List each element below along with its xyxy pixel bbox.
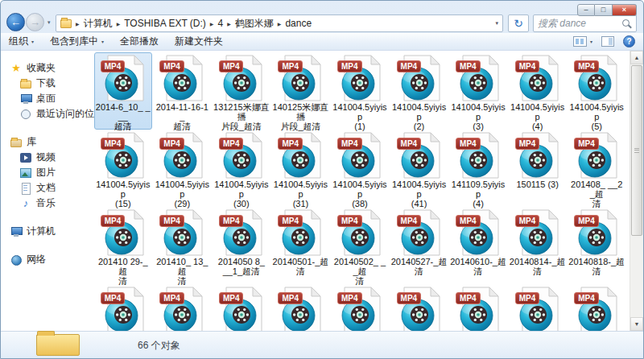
refresh-button[interactable]: ↻	[508, 14, 529, 32]
scroll-down-button[interactable]: ▼	[630, 317, 643, 331]
sidebar-item-pictures[interactable]: 图片	[1, 165, 91, 180]
sidebar-group-library[interactable]: 库	[1, 134, 91, 150]
scrollbar-thumb[interactable]	[631, 65, 642, 236]
file-item[interactable]: MP4 141004.5yiyisp(38)	[331, 130, 389, 207]
sidebar-item-music[interactable]: ♪ 音乐	[1, 196, 91, 211]
mp4-file-icon: MP4	[278, 287, 323, 331]
sidebar-item-downloads[interactable]: 下载	[1, 76, 91, 91]
help-button[interactable]: ?	[623, 35, 635, 47]
file-item[interactable]: MP4 141109.5yiyisp(4)	[449, 130, 507, 207]
file-item[interactable]: MP4 201410_ 13_超清	[153, 207, 211, 284]
navigation-pane: ★ 收藏夹 下载 桌面 最近访问的位置 库 视频 图片 文档 ♪ 音乐	[1, 51, 91, 331]
file-item[interactable]: MP4 201408_ __2_超清	[568, 130, 625, 207]
organize-button[interactable]: 组织 ▾	[9, 35, 34, 48]
minimize-icon: –	[584, 6, 588, 14]
file-item[interactable]: MP4	[509, 284, 567, 331]
details-pane: 66 个对象	[1, 331, 643, 358]
network-icon	[10, 254, 22, 266]
mp4-file-icon: MP4	[397, 55, 442, 101]
recent-icon	[20, 109, 31, 120]
file-item[interactable]: MP4 201410 29-_超清	[94, 207, 152, 284]
file-item[interactable]: MP4 141004.5yiyisp(15)	[94, 130, 152, 207]
mp4-badge: MP4	[574, 292, 599, 304]
breadcrumb-segment[interactable]: dance	[285, 18, 312, 29]
maximize-button[interactable]: □	[595, 4, 613, 16]
file-item[interactable]: MP4	[153, 284, 211, 331]
file-name: 2014-6_10_ ___超清	[95, 102, 151, 131]
preview-pane-button[interactable]	[601, 36, 614, 47]
file-name: 141004.5yiyisp(31)	[272, 180, 328, 208]
file-name: 201410 29-_超清	[95, 257, 151, 286]
breadcrumb-segment[interactable]: 计算机	[84, 17, 113, 31]
file-item[interactable]: MP4	[213, 284, 270, 331]
file-item[interactable]: MP4 2014050 8___1_超清	[213, 207, 270, 284]
address-bar[interactable]: ▶ 计算机 ▶ TOSHIBA EXT (D:) ▶ 4 ▶ 鹤图米娜 ▶ da…	[56, 14, 503, 32]
address-dropdown-icon[interactable]: ▾	[495, 20, 498, 27]
scroll-up-icon: ▲	[634, 55, 640, 60]
file-item[interactable]: MP4 141004.5yiyisp(29)	[153, 130, 211, 207]
file-item[interactable]: MP4 141004.5yiyisp(31)	[271, 130, 329, 207]
vertical-scrollbar[interactable]: ▲ ▼	[630, 51, 643, 331]
sidebar-item-desktop[interactable]: 桌面	[1, 91, 91, 106]
mp4-badge: MP4	[337, 215, 362, 227]
file-item[interactable]: MP4 141004.5yiyisp(4)	[509, 52, 567, 130]
file-name: 20140818-_超清	[568, 257, 625, 276]
file-item[interactable]: MP4	[568, 284, 625, 331]
close-button[interactable]: ×	[613, 4, 637, 16]
sidebar-item-recent[interactable]: 最近访问的位置	[1, 106, 91, 122]
file-item[interactable]: MP4	[94, 284, 152, 331]
breadcrumb-segment[interactable]: 鹤图米娜	[235, 17, 274, 31]
search-icon[interactable]	[621, 19, 632, 29]
minimize-button[interactable]: –	[577, 4, 595, 16]
toolbar-right: ▾ ?	[573, 35, 635, 47]
maximize-icon: □	[601, 6, 605, 14]
item-count: 66 个对象	[138, 339, 180, 353]
file-item[interactable]: MP4 141004.5yiyisp(30)	[213, 130, 270, 207]
recent-pages-dropdown-icon[interactable]: ▾	[47, 19, 51, 26]
mp4-badge: MP4	[219, 215, 244, 227]
breadcrumb-segment[interactable]: TOSHIBA EXT (D:)	[124, 18, 206, 29]
file-item[interactable]: MP4	[449, 284, 507, 331]
include-in-library-button[interactable]: 包含到库中 ▾	[50, 35, 104, 48]
file-item[interactable]: MP4 20140818-_超清	[568, 207, 625, 284]
file-item[interactable]: MP4 141004.5yiyisp(1)	[331, 52, 389, 130]
sidebar-group-network[interactable]: 网络	[1, 252, 91, 267]
back-button[interactable]: ←	[6, 13, 25, 31]
mp4-file-icon: MP4	[574, 287, 619, 331]
sidebar-group-computer[interactable]: 计算机	[1, 224, 91, 239]
file-item[interactable]: MP4 20140610-_超清	[449, 207, 507, 284]
file-item[interactable]: MP4 141004.5yiyisp(5)	[568, 52, 625, 130]
sidebar-item-videos[interactable]: 视频	[1, 150, 91, 165]
file-item[interactable]: MP4 140125米娜直播片段_超清	[271, 52, 329, 130]
mp4-file-icon: MP4	[159, 287, 204, 331]
file-item[interactable]: MP4	[271, 284, 329, 331]
file-item[interactable]: MP4 2014-11-16-1_超清	[153, 52, 211, 130]
sidebar-item-documents[interactable]: 文档	[1, 180, 91, 196]
change-view-button[interactable]: ▾	[573, 36, 592, 47]
file-item[interactable]: MP4 20140814-_超清	[509, 207, 567, 284]
file-item[interactable]: MP4	[390, 284, 448, 331]
breadcrumb-separator-icon: ▶	[227, 21, 231, 27]
file-item[interactable]: MP4 20140527-_超清	[390, 207, 448, 284]
file-item[interactable]: MP4	[331, 284, 389, 331]
file-item[interactable]: MP4 141004.5yiyisp(41)	[390, 130, 448, 207]
file-item[interactable]: MP4 150115 (3)	[509, 130, 567, 207]
scroll-up-button[interactable]: ▲	[630, 51, 643, 64]
mp4-badge: MP4	[159, 60, 184, 72]
file-item[interactable]: MP4 20140501-_超清	[271, 207, 329, 284]
file-item[interactable]: MP4 141004.5yiyisp(3)	[449, 52, 507, 130]
file-name: 141004.5yiyisp(38)	[332, 180, 388, 208]
file-item[interactable]: MP4 141004.5yiyisp(2)	[390, 52, 448, 130]
forward-button[interactable]: →	[26, 13, 44, 31]
new-folder-button[interactable]: 新建文件夹	[175, 35, 223, 48]
mp4-file-icon: MP4	[219, 287, 264, 331]
mp4-badge: MP4	[101, 215, 126, 227]
play-all-button[interactable]: 全部播放	[120, 35, 159, 48]
sidebar-group-star[interactable]: ★ 收藏夹	[1, 60, 91, 76]
breadcrumb-segment[interactable]: 4	[217, 18, 223, 29]
search-input[interactable]	[538, 18, 621, 29]
file-item[interactable]: MP4 131215米娜直播片段_超清	[213, 52, 270, 130]
file-item[interactable]: MP4 2014-6_10_ ___超清	[94, 52, 152, 130]
file-item[interactable]: MP4 20140502_ __超清	[331, 207, 389, 284]
breadcrumb: ▶ 计算机 ▶ TOSHIBA EXT (D:) ▶ 4 ▶ 鹤图米娜 ▶ da…	[72, 17, 312, 31]
